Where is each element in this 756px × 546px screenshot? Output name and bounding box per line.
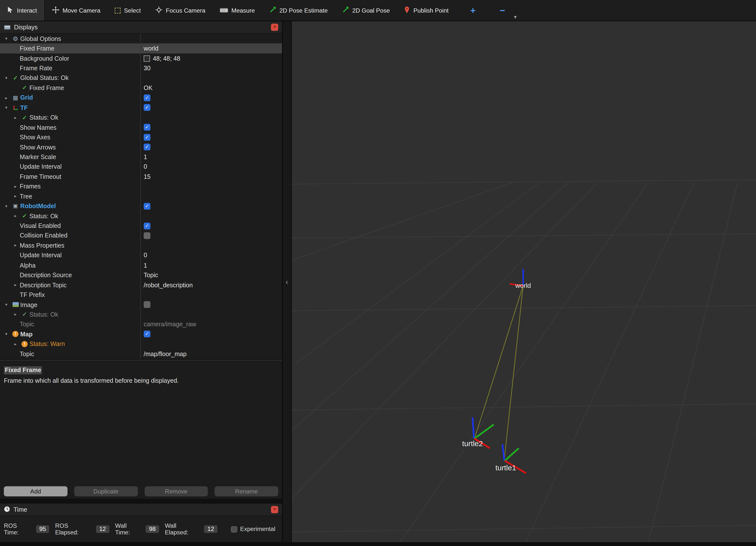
property-value-cell[interactable]: [141, 290, 282, 299]
tool-focus-camera[interactable]: Focus Camera: [148, 0, 213, 21]
tree-row-show-arrows[interactable]: Show Arrows✓: [0, 142, 282, 152]
property-value-cell[interactable]: [141, 211, 282, 221]
tree-row-mass-properties[interactable]: ▸Mass Properties: [0, 241, 282, 250]
enabled-checkbox[interactable]: ✓: [144, 95, 150, 101]
tree-row-update-interval[interactable]: Update Interval0: [0, 162, 282, 172]
tree-row-description-topic[interactable]: ▸Description Topic/robot_description: [0, 280, 282, 290]
ros-time-value[interactable]: 95: [36, 525, 50, 533]
duplicate-button[interactable]: Duplicate: [74, 486, 137, 496]
wall-time-value[interactable]: 98: [146, 525, 159, 533]
tree-row-status-ok[interactable]: ▸✓Status: Ok: [0, 113, 282, 122]
expander-icon[interactable]: ▸: [11, 282, 20, 287]
expander-icon[interactable]: ▾: [2, 302, 11, 307]
expander-icon[interactable]: ▾: [2, 332, 11, 336]
tree-row-map[interactable]: ▾!Map✓: [0, 329, 282, 339]
tree-row-topic[interactable]: Topic/map/floor_map: [0, 349, 282, 359]
expander-icon[interactable]: ▸: [11, 194, 20, 199]
remove-tool-button[interactable]: −: [494, 0, 511, 21]
property-value-cell[interactable]: [141, 73, 282, 83]
tree-row-alpha[interactable]: Alpha1: [0, 260, 282, 270]
tool-select[interactable]: Select: [108, 0, 148, 21]
expander-icon[interactable]: ▾: [2, 76, 11, 81]
tree-row-frames[interactable]: ▸Frames: [0, 182, 282, 191]
property-value[interactable]: Topic: [144, 272, 158, 279]
tree-row-tf[interactable]: ▾TF✓: [0, 103, 282, 113]
property-value-cell[interactable]: /map/floor_map: [141, 349, 282, 359]
property-value[interactable]: /robot_description: [144, 281, 193, 288]
tree-row-show-names[interactable]: Show Names✓: [0, 122, 282, 132]
3d-scene[interactable]: world turtle2 turtle1: [292, 21, 756, 542]
property-value-cell[interactable]: [141, 113, 282, 122]
expander-icon[interactable]: ▸: [11, 312, 20, 317]
expander-icon[interactable]: ▸: [11, 115, 20, 120]
tool-2d-pose-estimate[interactable]: 2D Pose Estimate: [262, 0, 335, 21]
enabled-checkbox[interactable]: ✓: [144, 124, 150, 131]
property-value[interactable]: 0: [144, 252, 147, 259]
property-value-cell[interactable]: [141, 231, 282, 241]
enabled-checkbox[interactable]: ✓: [144, 104, 150, 111]
tree-row-tree[interactable]: ▸Tree: [0, 191, 282, 201]
property-value-cell[interactable]: ✓: [141, 142, 282, 152]
property-value-cell[interactable]: 30: [141, 63, 282, 73]
enabled-checkbox[interactable]: ✓: [144, 203, 150, 210]
property-value-cell[interactable]: world: [141, 44, 282, 54]
enabled-checkbox[interactable]: ✓: [144, 331, 150, 337]
experimental-checkbox[interactable]: [231, 526, 237, 532]
rename-button[interactable]: Rename: [215, 486, 278, 496]
tool-move-camera[interactable]: Move Camera: [45, 0, 108, 21]
property-value-cell[interactable]: [141, 182, 282, 191]
expander-icon[interactable]: ▸: [11, 184, 20, 189]
property-value-cell[interactable]: ✓: [141, 132, 282, 142]
property-value-cell[interactable]: ✓: [141, 201, 282, 211]
tree-row-update-interval[interactable]: Update Interval0: [0, 250, 282, 260]
property-value-cell[interactable]: [141, 309, 282, 319]
expander-icon[interactable]: ▾: [2, 36, 11, 41]
tree-row-global-options[interactable]: ▾⚙Global Options: [0, 34, 282, 44]
tree-row-marker-scale[interactable]: Marker Scale1: [0, 152, 282, 162]
property-value-cell[interactable]: Topic: [141, 270, 282, 280]
property-value-cell[interactable]: [141, 299, 282, 309]
expander-icon[interactable]: ▸: [11, 243, 20, 248]
remove-button[interactable]: Remove: [144, 486, 208, 496]
tool-publish-point[interactable]: Publish Point: [397, 0, 456, 21]
property-value[interactable]: 0: [144, 163, 147, 170]
tree-row-fixed-frame[interactable]: ✓Fixed FrameOK: [0, 83, 282, 93]
collapse-chevron-icon[interactable]: ‹: [286, 278, 288, 286]
time-close-button[interactable]: ×: [271, 506, 278, 513]
property-value[interactable]: 48; 48; 48: [153, 55, 180, 62]
expander-icon[interactable]: ▸: [2, 95, 11, 100]
tree-row-show-axes[interactable]: Show Axes✓: [0, 132, 282, 142]
tool-interact[interactable]: Interact: [0, 0, 45, 21]
property-value-cell[interactable]: [141, 241, 282, 250]
tree-row-status-ok[interactable]: ▸✓Status: Ok: [0, 309, 282, 319]
property-value-cell[interactable]: camera/image_raw: [141, 319, 282, 329]
expander-icon[interactable]: ▸: [11, 214, 20, 219]
tree-row-tf-prefix[interactable]: TF Prefix: [0, 290, 282, 299]
tree-row-background-color[interactable]: Background Color48; 48; 48: [0, 54, 282, 63]
displays-close-button[interactable]: ×: [271, 24, 278, 31]
property-value[interactable]: OK: [144, 84, 152, 92]
add-tool-button[interactable]: +: [465, 0, 482, 21]
tree-row-frame-rate[interactable]: Frame Rate30: [0, 63, 282, 73]
displays-tree[interactable]: ▾⚙Global OptionsFixed FrameworldBackgrou…: [0, 34, 282, 359]
property-value[interactable]: world: [144, 45, 158, 52]
property-value[interactable]: camera/image_raw: [144, 320, 196, 328]
enabled-checkbox[interactable]: ✓: [144, 134, 150, 140]
property-value[interactable]: 15: [144, 173, 151, 180]
property-value[interactable]: 1: [144, 153, 147, 160]
property-value-cell[interactable]: [141, 34, 282, 44]
tree-row-status-ok[interactable]: ▸✓Status: Ok: [0, 211, 282, 221]
tree-row-collision-enabled[interactable]: Collision Enabled: [0, 231, 282, 241]
enabled-checkbox[interactable]: ✓: [144, 144, 150, 150]
property-value-cell[interactable]: 1: [141, 260, 282, 270]
property-value-cell[interactable]: 48; 48; 48: [141, 54, 282, 63]
property-value[interactable]: 1: [144, 262, 147, 269]
tool-measure[interactable]: Measure: [213, 0, 262, 21]
property-value-cell[interactable]: [141, 339, 282, 349]
color-swatch[interactable]: [144, 55, 150, 61]
add-button[interactable]: Add: [4, 486, 67, 496]
tree-row-status-warn[interactable]: ▸!Status: Warn: [0, 339, 282, 349]
property-value-cell[interactable]: OK: [141, 83, 282, 93]
property-value-cell[interactable]: ✓: [141, 103, 282, 113]
panel-splitter[interactable]: ‹: [282, 21, 292, 542]
